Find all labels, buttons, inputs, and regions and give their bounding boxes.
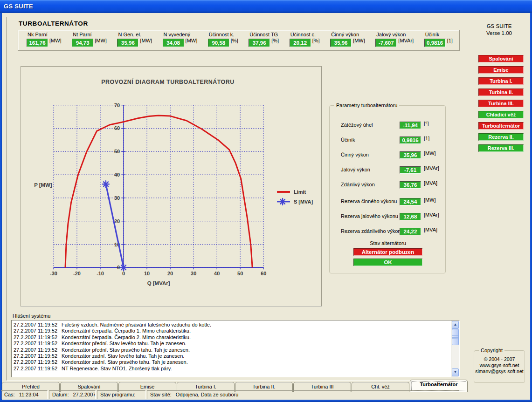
parameter-row: Jalový výkon-7,61[MVAr] <box>330 166 445 175</box>
measurement-unit: [MVAr] <box>398 38 414 43</box>
measurement-group: Účinnost TG37,96[%] <box>249 32 279 50</box>
nav-button-rezerva-iii[interactable]: Rezerva III. <box>478 144 524 152</box>
nav-button-chladici-vez[interactable]: Chladicí věž <box>478 111 524 118</box>
window-title: GS SUITE <box>4 3 33 10</box>
parameter-row: Činný výkon35,96[MW] <box>330 151 445 160</box>
status-value: 11:23:04 <box>19 392 39 397</box>
svg-text:30: 30 <box>114 195 120 201</box>
messages-rows: 27.2.2007 11:19:52Falešný vzduch. Nadměr… <box>12 320 459 372</box>
message-row: 27.2.2007 11:19:52Kondenzátor zadní. Sta… <box>14 359 459 365</box>
message-time: 27.2.2007 11:19:52 <box>14 359 62 365</box>
message-time: 27.2.2007 11:19:52 <box>14 322 62 328</box>
svg-text:-10: -10 <box>97 271 104 276</box>
parameter-unit: [MVAr] <box>424 165 439 171</box>
chart-axes <box>54 105 263 269</box>
measurement-value: 161,76 <box>27 39 48 47</box>
status-label: Stav programu: <box>100 392 135 397</box>
system-messages-list[interactable]: 27.2.2007 11:19:52Falešný vzduch. Nadměr… <box>11 320 460 377</box>
sidebar-nav: SpalováníEmiseTurbina I.Turbina II.Turbi… <box>478 55 524 156</box>
app-name: GS SUITE <box>468 23 530 29</box>
svg-text:40: 40 <box>114 172 120 177</box>
parameters-panel-title: Parametry turboalternátoru <box>334 102 399 108</box>
measurement-group: N Gen. el.35,96[MW] <box>117 32 152 50</box>
message-time: 27.2.2007 11:19:52 <box>14 347 62 353</box>
copyright-box: Copyright © 2004 - 2007 www.gsys-soft.ne… <box>474 350 525 383</box>
nav-button-rezerva-ii[interactable]: Rezerva II. <box>478 133 524 141</box>
alternator-status-banner-underexcited: Alternátor podbuzen <box>353 248 422 256</box>
nav-button-turboalternator[interactable]: Turboalternátor <box>478 122 524 129</box>
scrollbar-thumb[interactable] <box>452 329 459 345</box>
measurement-label: Účiník <box>424 32 453 37</box>
limit-curve <box>65 116 252 267</box>
copyright-website: www.gsys-soft.net <box>474 362 525 368</box>
parameter-value: 0,9816 <box>400 136 421 144</box>
measurement-value: 90,58 <box>208 39 229 47</box>
parameter-row: Rezerva jalového výkonu12,68[MVAr] <box>330 213 445 221</box>
alternator-status-label: Stav alternátoru <box>353 240 422 246</box>
measurement-unit: [MW] <box>95 38 107 43</box>
status-bar: Čas:11:23:04Datum:27.2.2007Stav programu… <box>0 390 532 400</box>
legend-vector-label: S [MVA] <box>294 199 313 204</box>
measurement-group: Účiník0,9816[1] <box>424 32 453 50</box>
nav-button-emise[interactable]: Emise <box>478 66 524 74</box>
message-text: Kondenzátor zadní. Stav pravého tahu. Ta… <box>62 359 188 365</box>
chart-legend: LimitS [MVA] <box>277 189 313 205</box>
status-label: Stav sítě: <box>150 392 172 397</box>
measurement-label: Nk Parní <box>27 32 62 37</box>
measurement-group: Nk Parní161,76[MW] <box>27 32 62 50</box>
parameter-label: Zátěžový úhel <box>341 122 373 128</box>
chart-grid <box>54 105 263 268</box>
chart-panel: 010203040506070-30-20-100102030405060PRO… <box>21 66 322 307</box>
chart-xlabel: Q [MVAr] <box>147 280 170 286</box>
scroll-up-icon[interactable]: ▲ <box>452 321 459 329</box>
status-segment-cas: Čas:11:23:04 <box>1 390 48 399</box>
parameter-row: Rezerva zdánlivého výkonu24,22[MVA] <box>330 228 445 236</box>
message-text: Kondenzátní čerpadla. Čerpadlo 1. Mimo c… <box>62 328 191 334</box>
parameter-label: Rezerva zdánlivého výkonu <box>341 228 404 234</box>
parameter-label: Zdánlivý výkon <box>341 182 375 187</box>
app-version: Verse 1.00 <box>468 30 530 36</box>
message-text: Kondenzátor přední. Stav pravého tahu. T… <box>62 347 190 353</box>
message-row: 27.2.2007 11:19:52Kondenzátor přední. St… <box>14 347 459 353</box>
measurement-label: Nt Parní <box>72 32 107 37</box>
measurement-label: N Gen. el. <box>117 32 152 37</box>
measurement-group: Jalový výkon-7,607[MVAr] <box>375 32 414 50</box>
message-row: 27.2.2007 11:19:52Kondenzátor přední. St… <box>14 341 459 347</box>
parameter-label: Činný výkon <box>341 152 369 157</box>
status-segment-datum: Datum:27.2.2007 <box>49 390 96 399</box>
message-text: Kondenzátor zadní. Stav levého tahu. Tah… <box>62 353 184 359</box>
scrollbar[interactable]: ▲ ▼ <box>451 320 459 377</box>
message-time: 27.2.2007 11:19:52 <box>14 366 62 372</box>
nav-button-turbina-iii[interactable]: Turbina III. <box>478 100 524 107</box>
measurement-unit: [MW] <box>140 38 152 43</box>
parameter-label: Rezerva jalového výkonu <box>341 213 398 219</box>
nav-button-turbina-i[interactable]: Turbina I. <box>478 77 524 85</box>
svg-text:70: 70 <box>114 102 120 108</box>
window-border-left <box>0 13 2 400</box>
parameter-unit: [1] <box>424 136 429 141</box>
apparent-power-vector <box>103 181 127 271</box>
parameter-unit: [MW] <box>424 197 436 203</box>
status-value: Odpojena, Data ze souboru <box>176 392 239 397</box>
parameter-label: Jalový výkon <box>341 167 370 172</box>
svg-text:0: 0 <box>117 265 120 270</box>
title-bar[interactable]: GS SUITE <box>0 0 532 13</box>
svg-text:-20: -20 <box>73 271 81 276</box>
message-row: 27.2.2007 11:19:52Kondenzátní čerpadla. … <box>14 334 459 341</box>
measurement-group: N vyvedený34,08[MW] <box>163 32 198 50</box>
svg-text:60: 60 <box>114 125 120 131</box>
svg-text:40: 40 <box>214 271 220 276</box>
parameter-value: -11,94 <box>400 122 421 129</box>
star-marker <box>279 198 286 205</box>
scroll-down-icon[interactable]: ▼ <box>452 368 459 376</box>
parameter-label: Rezerva činného výkonu <box>341 198 397 204</box>
parameter-value: -7,61 <box>400 166 421 174</box>
parameter-unit: [MVAr] <box>424 212 439 218</box>
parameter-unit: [MVA] <box>424 227 437 232</box>
measurement-value: 34,08 <box>163 39 184 47</box>
measurement-unit: [%] <box>271 38 279 43</box>
nav-button-turbina-ii[interactable]: Turbina II. <box>478 89 524 96</box>
nav-button-spalovani[interactable]: Spalování <box>478 55 524 62</box>
message-text: Kondenzátor přední. Stav levého tahu. Ta… <box>62 341 187 346</box>
message-text: Falešný vzduch. Nadměrné přisávání faleš… <box>62 322 211 327</box>
